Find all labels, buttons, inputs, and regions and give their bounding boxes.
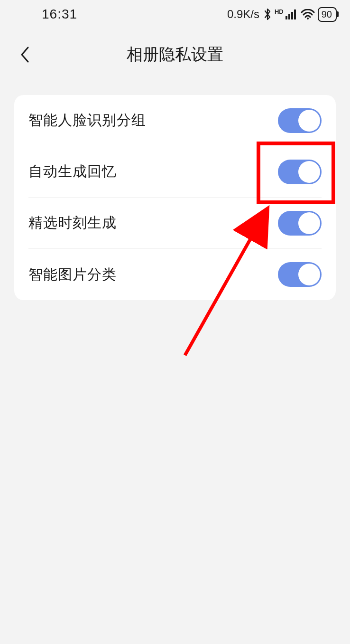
setting-label: 智能图片分类 [28,265,117,284]
signal-icon [286,9,298,19]
setting-row-face-grouping[interactable]: 智能人脸识别分组 [28,95,322,146]
navigation-bar: 相册隐私设置 [0,28,350,81]
status-icons: 0.9K/s HD 90 [227,7,337,22]
setting-row-smart-categorize[interactable]: 智能图片分类 [28,249,322,300]
setting-row-auto-memories[interactable]: 自动生成回忆 [28,146,322,198]
setting-label: 自动生成回忆 [28,162,117,181]
settings-card: 智能人脸识别分组 自动生成回忆 精选时刻生成 智能图片分类 [14,95,336,300]
toggle-knob [298,161,320,183]
toggle-knob [298,264,320,285]
battery-level: 90 [322,9,332,20]
back-button[interactable] [14,44,35,65]
svg-rect-2 [291,12,293,19]
battery-indicator: 90 [318,7,337,22]
toggle-knob [298,212,320,234]
chevron-left-icon [19,46,30,64]
toggle-smart-categorize[interactable] [278,262,322,287]
setting-row-featured-moments[interactable]: 精选时刻生成 [28,198,322,249]
svg-rect-0 [286,16,287,19]
network-speed: 0.9K/s [227,8,259,21]
toggle-featured-moments[interactable] [278,211,322,236]
page-title: 相册隐私设置 [0,44,350,66]
svg-rect-1 [288,14,290,19]
toggle-face-grouping[interactable] [278,108,322,133]
status-bar: 16:31 0.9K/s HD 90 [0,0,350,28]
svg-rect-3 [294,9,296,19]
setting-label: 智能人脸识别分组 [28,111,146,130]
hd-label: HD [275,8,284,15]
wifi-icon [301,9,315,19]
svg-point-4 [307,18,309,19]
status-time: 16:31 [13,7,77,22]
toggle-auto-memories[interactable] [278,160,322,184]
toggle-knob [298,110,320,132]
setting-label: 精选时刻生成 [28,213,117,233]
bluetooth-icon [263,8,272,21]
